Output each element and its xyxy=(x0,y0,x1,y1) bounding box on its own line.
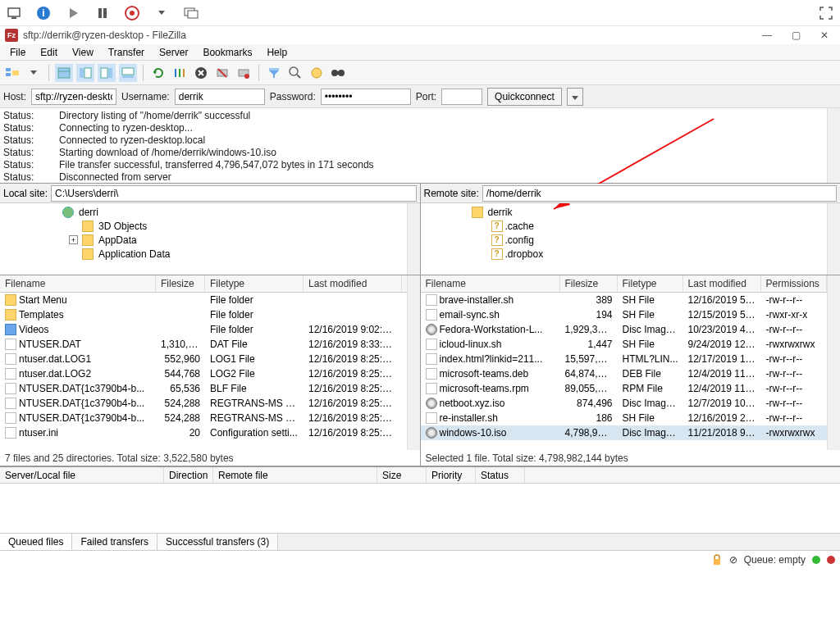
tree-item[interactable]: ?.cache xyxy=(421,219,841,233)
tree-item[interactable]: ?.config xyxy=(421,233,841,247)
tab-queued[interactable]: Queued files xyxy=(0,534,72,550)
host-input[interactable] xyxy=(31,89,116,105)
toggle-tree-icon[interactable] xyxy=(76,64,94,82)
column-header[interactable]: Permissions xyxy=(761,275,827,292)
tab-failed[interactable]: Failed transfers xyxy=(72,534,158,550)
column-header[interactable]: Filesize xyxy=(560,275,618,292)
column-header[interactable]: Last modified xyxy=(683,275,761,292)
column-header[interactable]: Filesize xyxy=(156,275,205,292)
remote-path-input[interactable] xyxy=(482,185,837,202)
file-row[interactable]: NTUSER.DAT{1c3790b4-b...65,536BLF File12… xyxy=(0,381,420,396)
fullscreen-icon[interactable] xyxy=(817,4,835,22)
filter-icon[interactable] xyxy=(265,64,283,82)
toggle-remote-tree-icon[interactable] xyxy=(98,64,116,82)
expand-icon[interactable]: + xyxy=(69,235,78,244)
dropdown-icon[interactable] xyxy=(153,4,171,22)
process-queue-icon[interactable] xyxy=(171,64,189,82)
menu-bookmarks[interactable]: Bookmarks xyxy=(196,45,258,60)
monitor-icon[interactable] xyxy=(5,4,23,22)
toggle-queue-icon[interactable] xyxy=(119,64,137,82)
sync-browse-icon[interactable] xyxy=(308,64,326,82)
file-row[interactable]: NTUSER.DAT{1c3790b4-b...524,288REGTRANS-… xyxy=(0,396,420,411)
tree-item[interactable]: ?.dropbox xyxy=(421,247,841,261)
scrollbar[interactable] xyxy=(827,108,840,183)
column-header[interactable]: Filename xyxy=(421,275,560,292)
file-row[interactable]: email-sync.sh194SH File12/15/2019 5:2...… xyxy=(421,307,841,322)
tree-item[interactable]: 3D Objects xyxy=(0,219,420,233)
file-row[interactable]: microsoft-teams.rpm89,055,321RPM File12/… xyxy=(421,381,841,396)
local-path-input[interactable] xyxy=(51,185,416,202)
scrollbar[interactable] xyxy=(407,275,420,450)
compare-icon[interactable] xyxy=(286,64,304,82)
username-input[interactable] xyxy=(175,89,265,105)
svg-rect-16 xyxy=(80,68,84,78)
file-row[interactable]: ntuser.ini20Configuration setti...12/16/… xyxy=(0,425,420,440)
column-header[interactable]: Filename xyxy=(0,275,156,292)
maximize-button[interactable]: ▢ xyxy=(792,30,801,41)
close-button[interactable]: ✕ xyxy=(820,30,829,41)
menu-server[interactable]: Server xyxy=(153,45,194,60)
column-header[interactable]: Size xyxy=(377,467,427,483)
scrollbar[interactable] xyxy=(407,203,420,275)
refresh-icon[interactable] xyxy=(149,64,167,82)
file-row[interactable]: re-installer.sh186SH File12/16/2019 2:4.… xyxy=(421,411,841,425)
quickconnect-bar: Host: Username: Password: Port: Quickcon… xyxy=(0,85,840,108)
file-row[interactable]: windows-10.iso4,798,982,...Disc Image...… xyxy=(421,425,841,440)
site-dropdown-icon[interactable] xyxy=(25,64,43,82)
file-row[interactable]: VideosFile folder12/16/2019 9:02:59... xyxy=(0,322,420,337)
column-header[interactable]: Last modified xyxy=(304,275,402,292)
file-row[interactable]: NTUSER.DAT{1c3790b4-b...524,288REGTRANS-… xyxy=(0,411,420,425)
record-icon[interactable] xyxy=(123,4,141,22)
scrollbar[interactable] xyxy=(827,203,840,275)
file-row[interactable]: microsoft-teams.deb64,874,490DEB File12/… xyxy=(421,366,841,381)
column-header[interactable]: Priority xyxy=(427,467,476,483)
tab-successful[interactable]: Successful transfers (3) xyxy=(158,534,278,550)
column-header[interactable]: Status xyxy=(476,467,525,483)
menu-view[interactable]: View xyxy=(66,45,100,60)
remote-tree[interactable]: derrik?.cache?.config?.dropbox xyxy=(421,203,841,275)
column-header[interactable]: Filetype xyxy=(618,275,683,292)
tree-item[interactable]: Application Data xyxy=(0,247,420,261)
menu-help[interactable]: Help xyxy=(260,45,294,60)
file-row[interactable]: brave-installer.sh389SH File12/16/2019 5… xyxy=(421,293,841,307)
file-row[interactable]: netboot.xyz.iso874,496Disc Image...12/7/… xyxy=(421,396,841,411)
tree-item[interactable]: derrik xyxy=(421,205,841,219)
file-row[interactable]: Start MenuFile folder xyxy=(0,293,420,307)
port-input[interactable] xyxy=(441,89,482,105)
queue-body[interactable] xyxy=(0,484,840,533)
menu-edit[interactable]: Edit xyxy=(34,45,64,60)
pause-icon[interactable] xyxy=(94,4,112,22)
password-input[interactable] xyxy=(321,89,411,105)
quickconnect-dropdown[interactable] xyxy=(567,88,583,106)
toggle-log-icon[interactable] xyxy=(55,64,73,82)
search-icon[interactable] xyxy=(329,64,347,82)
play-icon[interactable] xyxy=(64,4,82,22)
disconnect-icon[interactable] xyxy=(213,64,231,82)
quickconnect-button[interactable]: Quickconnect xyxy=(487,88,562,106)
remote-file-list[interactable]: FilenameFilesizeFiletypeLast modifiedPer… xyxy=(421,275,841,450)
local-file-list[interactable]: FilenameFilesizeFiletypeLast modified St… xyxy=(0,275,420,450)
column-header[interactable]: Remote file xyxy=(213,467,377,483)
file-row[interactable]: icloud-linux.sh1,447SH File9/24/2019 12:… xyxy=(421,337,841,352)
minimize-button[interactable]: — xyxy=(762,30,772,41)
file-row[interactable]: NTUSER.DAT1,310,720DAT File12/16/2019 8:… xyxy=(0,337,420,352)
tree-item[interactable]: derri xyxy=(0,205,420,219)
cancel-icon[interactable] xyxy=(192,64,210,82)
reconnect-icon[interactable] xyxy=(235,64,253,82)
column-header[interactable]: Server/Local file xyxy=(0,467,164,483)
site-manager-icon[interactable] xyxy=(3,64,21,82)
file-row[interactable]: TemplatesFile folder xyxy=(0,307,420,322)
windows-icon[interactable] xyxy=(182,4,200,22)
file-row[interactable]: ntuser.dat.LOG2544,768LOG2 File12/16/201… xyxy=(0,366,420,381)
column-header[interactable]: Direction xyxy=(164,467,213,483)
info-icon[interactable]: i xyxy=(34,4,52,22)
file-row[interactable]: ntuser.dat.LOG1552,960LOG1 File12/16/201… xyxy=(0,352,420,366)
local-tree[interactable]: derri3D Objects+AppDataApplication Data xyxy=(0,203,420,275)
file-row[interactable]: Fedora-Workstation-L...1,929,379,...Disc… xyxy=(421,322,841,337)
menu-transfer[interactable]: Transfer xyxy=(102,45,151,60)
scrollbar[interactable] xyxy=(827,275,840,450)
tree-item[interactable]: +AppData xyxy=(0,233,420,247)
column-header[interactable]: Filetype xyxy=(205,275,304,292)
menu-file[interactable]: File xyxy=(3,45,32,60)
file-row[interactable]: index.html?linkid=211...15,597,200HTML?L… xyxy=(421,352,841,366)
